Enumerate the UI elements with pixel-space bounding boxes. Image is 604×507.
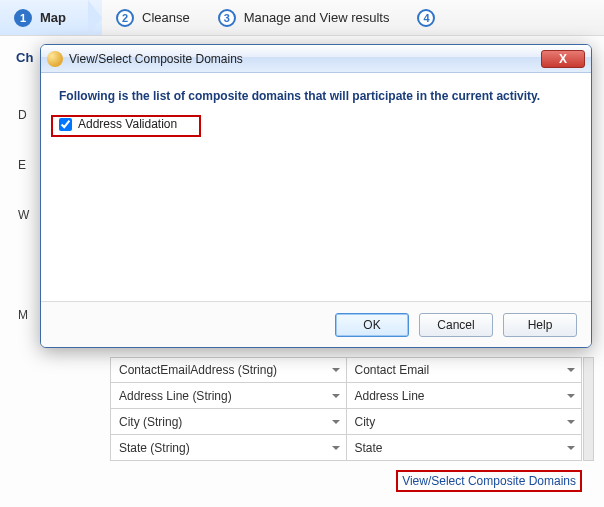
step-label: Manage and View results — [244, 10, 390, 25]
dialog-title: View/Select Composite Domains — [69, 52, 535, 66]
chevron-down-icon — [332, 394, 340, 398]
table-row: ContactEmailAddress (String) Contact Ema… — [110, 357, 582, 383]
wizard-step-4[interactable]: 4 — [403, 0, 435, 35]
chevron-down-icon — [332, 446, 340, 450]
chevron-down-icon — [567, 368, 575, 372]
wizard-step-cleanse[interactable]: 2 Cleanse — [102, 0, 204, 35]
step-label: Cleanse — [142, 10, 190, 25]
dialog-footer: OK Cancel Help — [41, 301, 591, 347]
address-validation-checkbox[interactable] — [59, 118, 72, 131]
domain-cell[interactable]: City — [347, 409, 582, 434]
step-number: 1 — [14, 9, 32, 27]
domain-cell[interactable]: Address Line — [347, 383, 582, 408]
step-label: Map — [40, 10, 66, 25]
mapping-table: ContactEmailAddress (String) Contact Ema… — [110, 357, 582, 461]
table-row: Address Line (String) Address Line — [110, 383, 582, 409]
domain-cell[interactable]: Contact Email — [347, 358, 582, 382]
step-number: 4 — [417, 9, 435, 27]
help-button[interactable]: Help — [503, 313, 577, 337]
side-labels: D E W M — [18, 90, 29, 340]
scrollbar[interactable] — [583, 357, 594, 461]
checkbox-label: Address Validation — [78, 117, 177, 131]
source-cell[interactable]: ContactEmailAddress (String) — [111, 358, 347, 382]
dialog-body: Following is the list of composite domai… — [41, 73, 591, 301]
step-number: 2 — [116, 9, 134, 27]
composite-domains-dialog: View/Select Composite Domains X Followin… — [40, 44, 592, 348]
chevron-down-icon — [332, 368, 340, 372]
chevron-down-icon — [332, 420, 340, 424]
domain-cell[interactable]: State — [347, 435, 582, 460]
ok-button[interactable]: OK — [335, 313, 409, 337]
page-title: Ch — [16, 50, 33, 65]
wizard-step-map[interactable]: 1 Map — [0, 0, 102, 35]
source-cell[interactable]: City (String) — [111, 409, 347, 434]
source-cell[interactable]: Address Line (String) — [111, 383, 347, 408]
wizard-steps: 1 Map 2 Cleanse 3 Manage and View result… — [0, 0, 604, 36]
source-cell[interactable]: State (String) — [111, 435, 347, 460]
table-row: State (String) State — [110, 435, 582, 461]
table-row: City (String) City — [110, 409, 582, 435]
close-button[interactable]: X — [541, 50, 585, 68]
cancel-button[interactable]: Cancel — [419, 313, 493, 337]
chevron-down-icon — [567, 420, 575, 424]
chevron-down-icon — [567, 446, 575, 450]
wizard-step-manage[interactable]: 3 Manage and View results — [204, 0, 404, 35]
dialog-instruction: Following is the list of composite domai… — [59, 89, 573, 103]
chevron-down-icon — [567, 394, 575, 398]
step-number: 3 — [218, 9, 236, 27]
app-icon — [47, 51, 63, 67]
view-select-composite-domains-link[interactable]: View/Select Composite Domains — [396, 470, 582, 492]
composite-domain-item[interactable]: Address Validation — [59, 117, 177, 131]
dialog-titlebar: View/Select Composite Domains X — [41, 45, 591, 73]
